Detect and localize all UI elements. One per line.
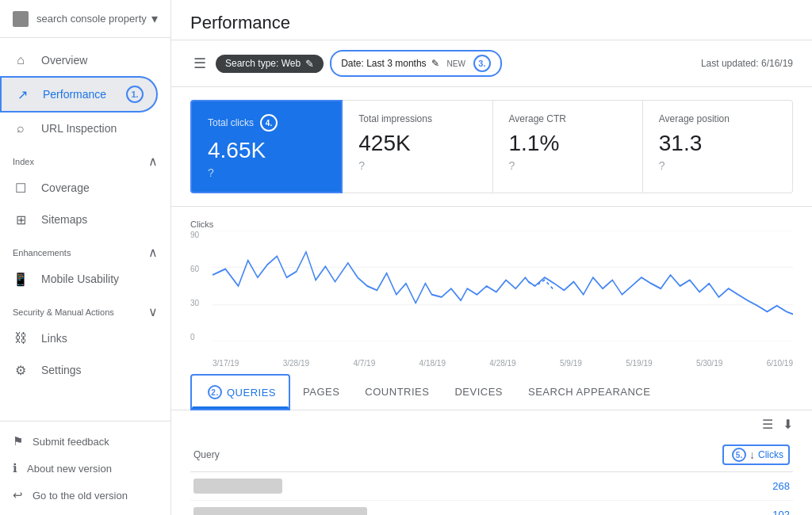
annotation-1: 1.	[126, 86, 144, 103]
help-icon[interactable]: ?	[509, 159, 626, 172]
sidebar-item-label: Links	[41, 332, 67, 345]
sidebar-item-coverage[interactable]: ☐ Coverage	[0, 172, 158, 204]
query-cell: ██████ ████	[190, 472, 618, 501]
table-row: ██████████████████████ 102	[190, 501, 793, 516]
collapse-icon[interactable]: ∧	[148, 154, 158, 169]
metric-value: 4.65K	[208, 138, 325, 163]
tab-label: Countries	[365, 386, 429, 398]
table-toolbar: ☰ ⬇	[171, 410, 812, 438]
tab-label: Queries	[227, 387, 276, 399]
chevron-down-icon[interactable]: ▾	[151, 11, 158, 26]
chart-area: Clicks 90 60 30 0	[171, 207, 812, 368]
annotation-3: 3.	[473, 55, 491, 72]
scrollable-content: ☰ Search type: Web ✎ Date: Last 3 months…	[171, 40, 812, 515]
column-query: Query	[190, 438, 618, 472]
queries-table: Query 5. ↓ Clicks	[171, 438, 812, 515]
sidebar-item-settings[interactable]: ⚙ Settings	[0, 354, 158, 386]
tab-search-appearance[interactable]: Search Appearance	[515, 376, 663, 407]
sidebar-item-performance[interactable]: ↗ Performance 1.	[0, 76, 158, 113]
x-label: 4/7/19	[353, 359, 375, 368]
download-icon[interactable]: ⬇	[783, 417, 793, 432]
sidebar-item-sitemaps[interactable]: ⊞ Sitemaps	[0, 204, 158, 235]
x-label: 6/10/19	[767, 359, 793, 368]
help-icon[interactable]: ?	[208, 166, 325, 179]
chart-wrapper[interactable]: 90 60 30 0	[190, 231, 793, 357]
metric-value: 425K	[358, 131, 476, 156]
sidebar: search console property ▾ ⌂ Overview ↗ P…	[0, 0, 171, 515]
sidebar-item-label: URL Inspection	[41, 122, 117, 135]
links-icon: ⛓	[13, 330, 29, 346]
metric-value: 1.1%	[509, 131, 626, 156]
metrics-row: Total clicks 4. 4.65K ? Total impression…	[171, 87, 812, 207]
chevron-down-icon[interactable]: ∨	[148, 304, 158, 319]
metric-average-ctr[interactable]: Average CTR 1.1% ?	[493, 100, 643, 193]
sidebar-nav: ⌂ Overview ↗ Performance 1. ⌕ URL Inspec…	[0, 38, 170, 421]
filter-icon[interactable]: ☰	[762, 417, 773, 432]
section-index: Index ∧	[0, 144, 170, 172]
x-label: 5/30/19	[696, 359, 722, 368]
metric-value: 31.3	[659, 131, 776, 156]
column-clicks[interactable]: 5. ↓ Clicks	[618, 438, 793, 472]
tab-devices[interactable]: Devices	[442, 376, 515, 407]
sidebar-item-url-inspection[interactable]: ⌕ URL Inspection	[0, 113, 158, 144]
query-cell: ██████████████████████	[190, 501, 618, 516]
last-updated: Last updated: 6/16/19	[701, 58, 793, 69]
go-to-old-version-link[interactable]: ↩ Go to the old version	[0, 482, 170, 509]
sidebar-item-label: Coverage	[41, 181, 90, 194]
back-icon: ↩	[13, 488, 23, 502]
sidebar-item-label: Settings	[41, 364, 82, 376]
help-icon[interactable]: ?	[358, 159, 476, 172]
y-label-90: 90	[190, 231, 199, 239]
sidebar-footer: ⚑ Submit feedback ℹ About new version ↩ …	[0, 421, 170, 515]
x-label: 4/28/19	[489, 359, 515, 368]
column-clicks-label: Clicks	[758, 449, 783, 460]
x-label: 4/18/19	[419, 359, 446, 368]
settings-icon: ⚙	[13, 362, 29, 378]
sidebar-header[interactable]: search console property ▾	[0, 0, 170, 38]
date-filter[interactable]: Date: Last 3 months ✎ NEW 3.	[330, 50, 502, 77]
tab-label: Devices	[454, 386, 503, 398]
sidebar-item-label: Overview	[41, 54, 87, 67]
help-icon[interactable]: ?	[659, 159, 776, 172]
annotation-5: 5.	[732, 448, 746, 462]
main-header: Performance	[171, 0, 812, 40]
clicks-cell: 102	[618, 501, 793, 516]
section-security: Security & Manual Actions ∨	[0, 295, 170, 322]
tab-queries[interactable]: 2. Queries	[190, 374, 290, 410]
date-label: Date: Last 3 months	[341, 58, 426, 69]
filter-bar: ☰ Search type: Web ✎ Date: Last 3 months…	[171, 40, 812, 87]
sitemaps-icon: ⊞	[13, 212, 29, 227]
metric-average-position[interactable]: Average position 31.3 ?	[643, 100, 793, 193]
metric-label: Average CTR	[509, 113, 626, 124]
submit-feedback-button[interactable]: ⚑ Submit feedback	[0, 428, 170, 455]
tab-pages[interactable]: Pages	[290, 376, 352, 407]
mobile-icon: 📱	[13, 271, 29, 287]
y-label-0: 0	[190, 333, 199, 341]
tabs-row: 2. Queries Pages Countries Devices Searc…	[171, 374, 812, 410]
edit-icon: ✎	[431, 58, 439, 69]
home-icon: ⌂	[13, 52, 29, 68]
sidebar-item-label: Mobile Usability	[41, 273, 119, 285]
collapse-icon[interactable]: ∧	[148, 245, 158, 260]
tab-label: Pages	[303, 386, 339, 398]
sidebar-item-links[interactable]: ⛓ Links	[0, 322, 158, 354]
x-label: 5/9/19	[560, 359, 582, 368]
sidebar-item-overview[interactable]: ⌂ Overview	[0, 44, 158, 76]
about-new-version-link[interactable]: ℹ About new version	[0, 455, 170, 482]
table-row: ██████ ████ 268	[190, 472, 793, 501]
edit-icon: ✎	[305, 58, 314, 70]
tab-countries[interactable]: Countries	[352, 376, 442, 407]
metric-total-impressions[interactable]: Total impressions 425K ?	[343, 100, 492, 193]
sort-icon: ↓	[749, 448, 755, 461]
sidebar-item-label: Performance	[43, 88, 106, 101]
metric-label: Average position	[659, 113, 776, 124]
property-title: search console property	[36, 13, 151, 25]
property-icon	[13, 11, 29, 27]
filter-icon[interactable]: ☰	[190, 52, 209, 75]
chart-y-labels: 90 60 30 0	[190, 231, 199, 341]
metric-total-clicks[interactable]: Total clicks 4. 4.65K ?	[190, 100, 343, 193]
tab-label: Search Appearance	[528, 386, 650, 398]
search-type-filter[interactable]: Search type: Web ✎	[216, 55, 324, 73]
y-label-30: 30	[190, 299, 199, 307]
sidebar-item-mobile-usability[interactable]: 📱 Mobile Usability	[0, 263, 158, 295]
